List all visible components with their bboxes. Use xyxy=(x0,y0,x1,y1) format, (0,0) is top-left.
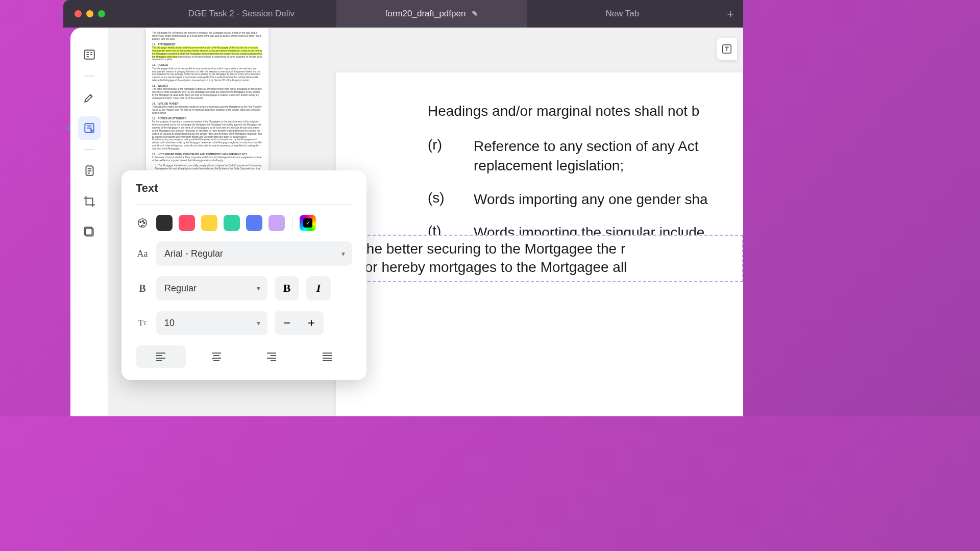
font-size-select[interactable]: 10 xyxy=(156,311,267,335)
minimize-window-button[interactable] xyxy=(86,10,93,17)
app-body: The Mortgagee for: will without the cons… xyxy=(70,28,743,416)
tab-dge-task[interactable]: DGE Task 2 - Session Deliv xyxy=(146,0,336,28)
align-right-button[interactable] xyxy=(247,345,297,368)
font-size-value: 10 xyxy=(164,318,175,329)
align-center-button[interactable] xyxy=(191,345,242,368)
close-window-button[interactable] xyxy=(75,10,82,17)
clause-letter: (s) xyxy=(428,190,449,209)
clause-text: Reference to any section of any Act repl… xyxy=(474,137,743,176)
bold-icon: B xyxy=(136,282,149,295)
document-content: Headings and/or marginal notes shall not… xyxy=(336,72,743,242)
svg-point-6 xyxy=(142,220,144,222)
text-tool-button[interactable] xyxy=(717,38,737,60)
add-tab-button[interactable]: ＋ xyxy=(718,6,743,21)
font-size-row: TT 10 − + xyxy=(136,311,352,335)
svg-point-5 xyxy=(140,221,141,223)
color-teal[interactable] xyxy=(224,215,240,231)
tab-label: form20_draft_pdfpen xyxy=(385,9,466,19)
page-thumbnail[interactable]: The Mortgagee for: will without the cons… xyxy=(146,28,268,173)
font-weight-row: B Regular B I xyxy=(136,276,352,300)
clause-letter: (r) xyxy=(428,137,449,176)
tab-form20[interactable]: form20_draft_pdfpen ✎ xyxy=(336,0,527,28)
palette-icon xyxy=(136,216,149,230)
clause-s: (s) Words importing any one gender sha xyxy=(428,190,743,209)
font-icon: Aa xyxy=(136,247,149,260)
color-black[interactable] xyxy=(156,215,173,231)
font-family-value: Arial - Regular xyxy=(164,248,223,259)
svg-point-7 xyxy=(143,222,145,224)
align-left-button[interactable] xyxy=(136,345,186,368)
font-family-select[interactable]: Arial - Regular xyxy=(156,241,352,266)
italic-button[interactable]: I xyxy=(306,276,331,300)
color-yellow[interactable] xyxy=(201,215,217,231)
color-swatches xyxy=(156,215,352,231)
highlighter-tool[interactable] xyxy=(78,86,101,109)
align-justify-button[interactable] xyxy=(302,345,353,368)
font-size-icon: TT xyxy=(136,316,149,330)
clause-text: Words importing any one gender sha xyxy=(474,190,743,209)
font-weight-value: Regular xyxy=(164,283,197,294)
traffic-lights xyxy=(63,10,105,17)
color-blue[interactable] xyxy=(246,215,262,231)
text-annotation-tool[interactable] xyxy=(78,116,101,140)
alignment-row xyxy=(136,345,352,368)
bold-button[interactable]: B xyxy=(275,276,299,300)
font-family-row: Aa Arial - Regular xyxy=(136,241,352,266)
active-text-annotation[interactable]: And for the better securing to the Mortg… xyxy=(306,235,743,282)
color-custom-picker[interactable] xyxy=(300,215,316,231)
maximize-window-button[interactable] xyxy=(98,10,105,17)
font-weight-select[interactable]: Regular xyxy=(156,276,267,300)
color-row xyxy=(136,215,352,231)
color-purple[interactable] xyxy=(268,215,285,231)
tab-new[interactable]: New Tab xyxy=(527,0,718,28)
crop-tool[interactable] xyxy=(78,190,101,213)
pages-tool[interactable] xyxy=(78,159,101,183)
left-toolbar xyxy=(70,28,108,416)
font-size-increase[interactable]: + xyxy=(299,311,324,335)
svg-rect-0 xyxy=(84,50,94,59)
clause-r: (r) Reference to any section of any Act … xyxy=(428,137,743,176)
toolbar-separator xyxy=(84,149,94,150)
tab-label: New Tab xyxy=(605,9,639,19)
tab-label: DGE Task 2 - Session Deliv xyxy=(188,9,294,19)
reader-tool[interactable] xyxy=(78,43,101,66)
text-properties-panel: Text Aa Arial - Regular B xyxy=(121,170,366,380)
font-size-stepper: − + xyxy=(275,311,324,335)
toolbar-separator xyxy=(84,76,94,77)
color-pink[interactable] xyxy=(179,215,195,231)
font-size-decrease[interactable]: − xyxy=(275,311,299,335)
swatch-separator xyxy=(292,216,292,230)
pencil-icon: ✎ xyxy=(472,9,478,18)
document-heading: Headings and/or marginal notes shall not… xyxy=(428,103,743,119)
panel-title: Text xyxy=(136,182,352,205)
tab-bar: DGE Task 2 - Session Deliv form20_draft_… xyxy=(146,0,718,28)
window-titlebar: DGE Task 2 - Session Deliv form20_draft_… xyxy=(63,0,743,28)
stamp-tool[interactable] xyxy=(78,220,101,244)
